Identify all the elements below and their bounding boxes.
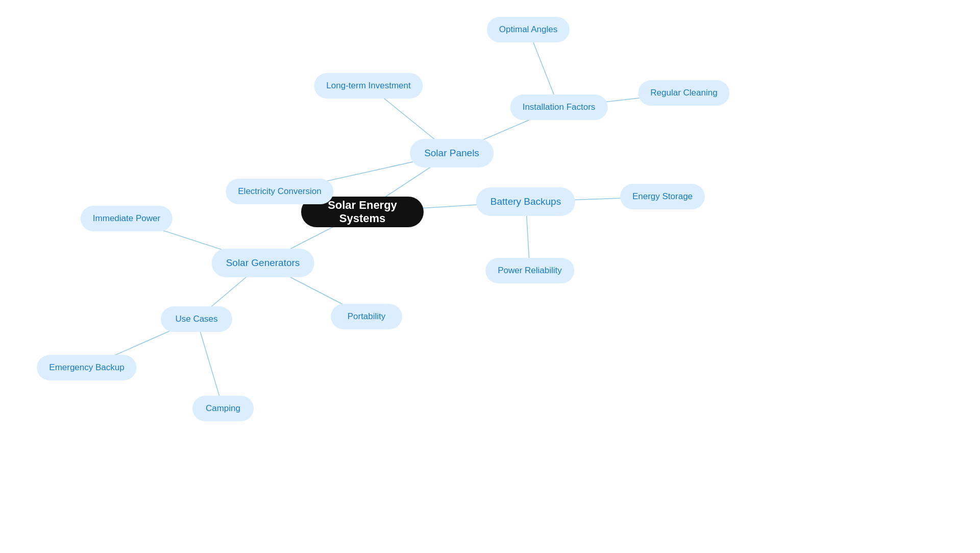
emergency-backup-node[interactable]: Emergency Backup	[37, 355, 136, 380]
installation-factors-node[interactable]: Installation Factors	[510, 94, 608, 120]
use-cases-node[interactable]: Use Cases	[161, 306, 232, 332]
long-term-investment-node[interactable]: Long-term Investment	[314, 73, 423, 99]
solar-panels-node[interactable]: Solar Panels	[410, 139, 494, 167]
optimal-angles-node[interactable]: Optimal Angles	[487, 17, 570, 42]
mind-map: Solar Energy Systems Solar Panels Solar …	[0, 0, 980, 553]
immediate-power-node[interactable]: Immediate Power	[81, 206, 173, 231]
battery-backups-node[interactable]: Battery Backups	[476, 187, 575, 216]
portability-node[interactable]: Portability	[331, 304, 402, 329]
solar-generators-node[interactable]: Solar Generators	[212, 249, 314, 277]
svg-line-14	[197, 319, 223, 408]
energy-storage-node[interactable]: Energy Storage	[620, 184, 705, 209]
electricity-conversion-node[interactable]: Electricity Conversion	[226, 179, 333, 204]
power-reliability-node[interactable]: Power Reliability	[485, 258, 574, 283]
regular-cleaning-node[interactable]: Regular Cleaning	[638, 80, 729, 106]
camping-node[interactable]: Camping	[192, 396, 254, 421]
